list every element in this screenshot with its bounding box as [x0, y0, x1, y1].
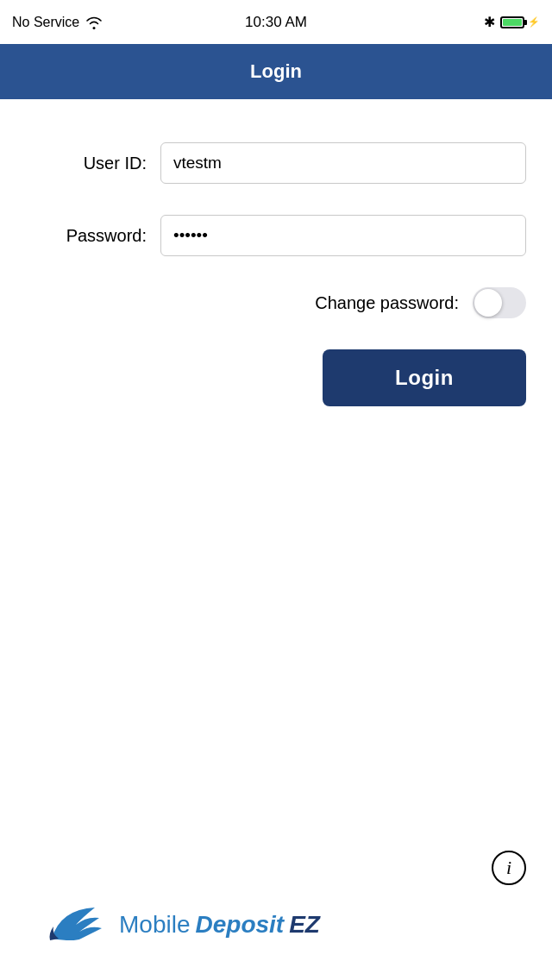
change-password-row: Change password:: [26, 287, 526, 318]
status-left: No Service: [12, 15, 104, 30]
status-right: ✱ ⚡: [484, 14, 540, 30]
main-content: User ID: Password: Change password: Logi…: [0, 99, 552, 432]
battery-bolt-icon: ⚡: [528, 16, 540, 28]
info-icon-wrapper: i: [492, 851, 526, 885]
login-button[interactable]: Login: [323, 349, 526, 406]
nav-title: Login: [250, 60, 302, 83]
bluetooth-icon: ✱: [484, 14, 495, 30]
userid-label: User ID:: [26, 154, 147, 173]
userid-input[interactable]: [160, 142, 526, 184]
toggle-knob: [474, 289, 502, 317]
battery-body: [500, 16, 524, 28]
logo-area: Mobile Deposit EZ: [43, 901, 320, 949]
status-bar: No Service 10:30 AM ✱ ⚡: [0, 0, 552, 44]
logo-deposit-text: Deposit: [195, 911, 284, 939]
logo-icon: [43, 901, 105, 949]
password-row: Password:: [26, 215, 526, 256]
battery-fill: [503, 19, 522, 26]
logo-mobile-text: Mobile: [119, 911, 190, 939]
logo-ez-text: EZ: [289, 911, 320, 939]
info-symbol: i: [506, 857, 511, 879]
change-password-label: Change password:: [315, 293, 459, 313]
nav-bar: Login: [0, 44, 552, 99]
password-input[interactable]: [160, 215, 526, 256]
info-icon[interactable]: i: [492, 851, 526, 885]
battery-indicator: ⚡: [500, 16, 540, 28]
logo-text: Mobile Deposit EZ: [119, 911, 320, 939]
password-label: Password:: [26, 226, 147, 246]
status-time: 10:30 AM: [245, 14, 307, 31]
no-service-text: No Service: [12, 15, 79, 30]
wifi-icon: [85, 16, 104, 29]
change-password-toggle[interactable]: [473, 287, 526, 318]
userid-row: User ID:: [26, 142, 526, 184]
login-button-row: Login: [26, 349, 526, 406]
